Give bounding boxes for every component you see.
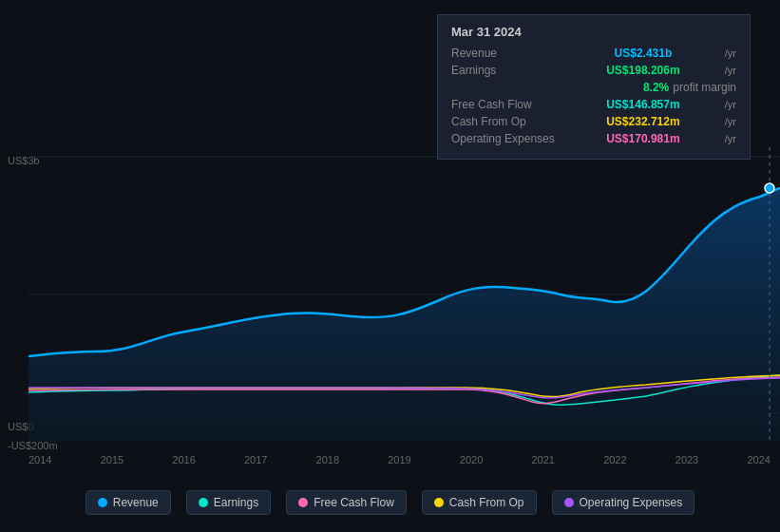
legend-label-cashop: Cash From Op — [449, 496, 524, 509]
legend-item-opex[interactable]: Operating Expenses — [552, 490, 695, 515]
tooltip-opex-row: Operating Expenses US$170.981m /yr — [451, 132, 736, 145]
legend-label-fcf: Free Cash Flow — [314, 496, 394, 509]
tooltip-cashop-unit: /yr — [725, 116, 736, 127]
legend-label-earnings: Earnings — [214, 496, 258, 509]
tooltip-date: Mar 31 2024 — [451, 25, 736, 39]
tooltip-earnings-unit: /yr — [725, 65, 736, 76]
tooltip-cashop-row: Cash From Op US$232.712m /yr — [451, 115, 736, 128]
profit-margin-row: 8.2% profit margin — [451, 81, 736, 94]
tooltip-fcf-value: US$146.857m — [606, 98, 679, 111]
tooltip-opex-label: Operating Expenses — [451, 132, 565, 145]
tooltip-earnings-row: Earnings US$198.206m /yr — [451, 64, 736, 77]
legend-label-opex: Operating Expenses — [580, 496, 683, 509]
legend-dot-cashop — [434, 498, 444, 507]
x-axis: 2014 2015 2016 2017 2018 2019 2020 2021 … — [29, 454, 770, 466]
x-label-2014: 2014 — [29, 454, 51, 466]
legend-item-cashop[interactable]: Cash From Op — [422, 490, 537, 515]
legend-dot-earnings — [199, 498, 208, 507]
legend-item-earnings[interactable]: Earnings — [186, 490, 271, 515]
tooltip: Mar 31 2024 Revenue US$2.431b /yr Earnin… — [437, 14, 751, 160]
x-label-2015: 2015 — [101, 454, 124, 466]
legend-item-fcf[interactable]: Free Cash Flow — [286, 490, 407, 515]
tooltip-earnings-value: US$198.206m — [606, 64, 679, 77]
x-label-2024: 2024 — [747, 454, 770, 466]
chart-svg — [29, 147, 780, 442]
tooltip-cashop-value: US$232.712m — [606, 115, 679, 128]
tooltip-revenue-row: Revenue US$2.431b /yr — [451, 47, 736, 60]
tooltip-cashop-label: Cash From Op — [451, 115, 565, 128]
legend-dot-revenue — [98, 498, 107, 507]
tooltip-revenue-value: US$2.431b — [615, 47, 673, 60]
tooltip-opex-unit: /yr — [725, 133, 736, 144]
legend-dot-opex — [564, 498, 574, 507]
legend-dot-fcf — [298, 498, 308, 507]
x-label-2019: 2019 — [388, 454, 410, 466]
legend-label-revenue: Revenue — [113, 496, 159, 509]
x-label-2022: 2022 — [603, 454, 626, 466]
profit-margin-value: 8.2% — [643, 81, 669, 94]
tooltip-fcf-row: Free Cash Flow US$146.857m /yr — [451, 98, 736, 111]
x-label-2018: 2018 — [316, 454, 339, 466]
tooltip-revenue-label: Revenue — [451, 47, 565, 60]
legend: Revenue Earnings Free Cash Flow Cash Fro… — [0, 490, 780, 515]
x-label-2016: 2016 — [172, 454, 195, 466]
svg-point-5 — [765, 183, 774, 193]
tooltip-earnings-label: Earnings — [451, 64, 565, 77]
x-label-2021: 2021 — [531, 454, 554, 466]
tooltip-fcf-label: Free Cash Flow — [451, 98, 565, 111]
tooltip-fcf-unit: /yr — [725, 99, 736, 110]
x-label-2023: 2023 — [675, 454, 698, 466]
profit-margin-label: profit margin — [673, 81, 736, 94]
x-label-2020: 2020 — [460, 454, 483, 466]
chart-container: Mar 31 2024 Revenue US$2.431b /yr Earnin… — [0, 0, 780, 532]
tooltip-opex-value: US$170.981m — [606, 132, 679, 145]
legend-item-revenue[interactable]: Revenue — [86, 490, 171, 515]
tooltip-revenue-unit: /yr — [725, 48, 736, 59]
x-label-2017: 2017 — [244, 454, 267, 466]
